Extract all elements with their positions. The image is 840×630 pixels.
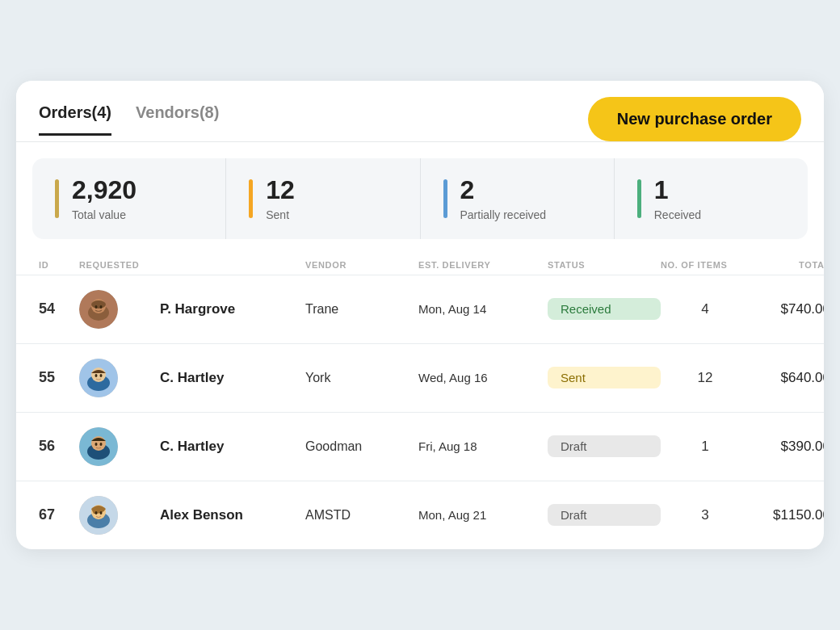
header-divider (16, 141, 824, 142)
row-name: C. Hartley (160, 370, 305, 386)
svg-point-5 (100, 305, 103, 309)
row-delivery: Mon, Aug 21 (418, 508, 548, 522)
col-requested: REQUESTED (79, 260, 160, 270)
stat-received: 1 Received (615, 158, 808, 238)
row-vendor: Goodman (305, 439, 418, 454)
stat-sent: 12 Sent (226, 158, 420, 238)
stat-label-1: Total value (72, 208, 126, 221)
stat-accent-2 (249, 179, 253, 218)
table-row[interactable]: 55 C. Hartley York Wed, Aug 16 Sent 12 $… (16, 343, 824, 412)
row-name: P. Hargrove (160, 301, 305, 317)
status-badge: Sent (548, 367, 661, 388)
row-name: C. Hartley (160, 439, 305, 455)
avatar (79, 290, 118, 329)
stat-label-2: Sent (266, 208, 289, 221)
tabs: Orders(4) Vendors(8) (39, 103, 219, 136)
row-items: 3 (661, 507, 750, 523)
stat-total-value: 2,920 Total value (32, 158, 226, 238)
col-id: ID (39, 260, 79, 270)
row-vendor: AMSTD (305, 508, 418, 523)
header: Orders(4) Vendors(8) New purchase order (16, 81, 824, 141)
svg-point-3 (91, 300, 106, 309)
table-row[interactable]: 67 Alex Benson AMSTD Mon, Aug 21 Draft 3… (16, 481, 824, 549)
col-items: NO. OF ITEMS (661, 260, 750, 270)
col-vendor: VENDOR (305, 260, 418, 270)
stat-accent-4 (637, 179, 641, 218)
row-delivery: Fri, Aug 18 (418, 439, 548, 453)
row-id: 56 (39, 438, 79, 455)
svg-point-4 (95, 305, 98, 309)
stat-label-4: Received (654, 208, 701, 221)
stat-accent-1 (55, 179, 59, 218)
row-delivery: Mon, Aug 14 (418, 302, 548, 316)
table-header: ID REQUESTED VENDOR EST. DELIVERY STATUS… (16, 255, 824, 275)
avatar (79, 496, 118, 535)
stat-partially-received: 2 Partially received (421, 158, 615, 238)
svg-point-9 (95, 374, 98, 377)
row-total: $390.00 (750, 439, 824, 455)
svg-point-19 (95, 511, 98, 514)
row-id: 67 (39, 506, 79, 523)
tab-vendors[interactable]: Vendors(8) (136, 103, 219, 136)
stat-accent-3 (443, 179, 447, 218)
new-order-button[interactable]: New purchase order (588, 97, 801, 141)
row-total: $740.00 (750, 301, 824, 317)
status-badge: Draft (548, 504, 661, 526)
svg-point-14 (95, 443, 98, 446)
svg-point-10 (100, 374, 103, 377)
row-items: 4 (661, 301, 750, 317)
stat-value-4: 1 (654, 176, 669, 204)
svg-point-20 (100, 511, 103, 514)
row-total: $1150.00 (750, 507, 824, 523)
row-id: 55 (39, 369, 79, 386)
avatar (79, 359, 118, 397)
col-delivery: EST. DELIVERY (418, 260, 548, 270)
stat-value-3: 2 (460, 176, 475, 204)
stats-row: 2,920 Total value 12 Sent 2 Partially re… (32, 158, 808, 238)
row-items: 1 (661, 439, 750, 455)
stat-label-3: Partially received (460, 208, 547, 221)
col-name (160, 260, 305, 270)
col-total: TOTAL (750, 260, 824, 270)
status-badge: Draft (548, 435, 661, 457)
tab-orders[interactable]: Orders(4) (39, 103, 111, 136)
row-total: $640.00 (750, 370, 824, 386)
status-badge: Received (548, 298, 661, 320)
row-name: Alex Benson (160, 507, 305, 523)
table-body: 54 P. Hargrove Trane Mon, Aug 14 Receive… (16, 275, 824, 549)
row-id: 54 (39, 300, 79, 317)
row-delivery: Wed, Aug 16 (418, 371, 548, 384)
row-items: 12 (661, 370, 750, 386)
row-vendor: Trane (305, 302, 418, 317)
table-row[interactable]: 56 C. Hartley Goodman Fri, Aug 18 Draft … (16, 412, 824, 481)
svg-point-15 (100, 443, 103, 446)
avatar (79, 427, 118, 466)
stat-value-2: 12 (266, 176, 295, 204)
table-row[interactable]: 54 P. Hargrove Trane Mon, Aug 14 Receive… (16, 275, 824, 343)
stat-value-1: 2,920 (72, 176, 136, 204)
row-vendor: York (305, 371, 418, 385)
main-card: Orders(4) Vendors(8) New purchase order … (16, 81, 824, 548)
col-status: STATUS (548, 260, 661, 270)
